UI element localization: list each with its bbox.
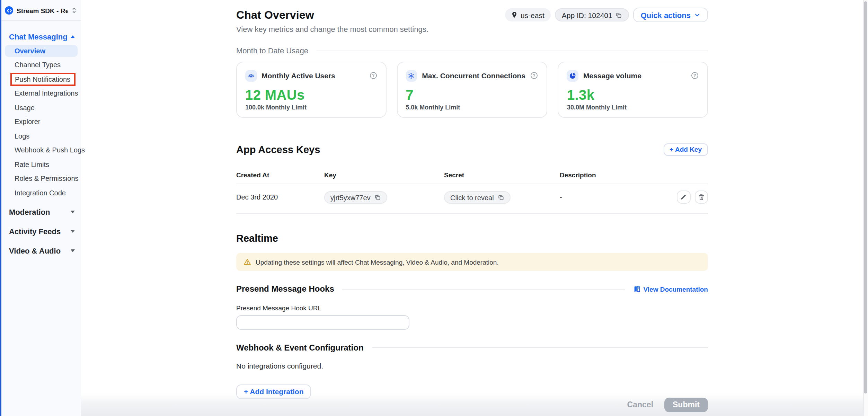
sidebar-item-usage[interactable]: Usage — [1, 100, 81, 115]
cancel-button[interactable]: Cancel — [627, 400, 653, 409]
unfold-icon — [71, 7, 77, 14]
warning-icon — [243, 258, 251, 266]
quick-actions-button[interactable]: Quick actions — [633, 8, 708, 22]
presend-url-input[interactable] — [236, 315, 409, 329]
realtime-title: Realtime — [236, 233, 708, 244]
collapse-down-icon — [70, 249, 74, 252]
svg-text:?: ? — [533, 73, 535, 78]
stream-logo-icon — [5, 6, 13, 15]
sidebar: Stream SDK - Rea... Chat Messaging Overv… — [0, 0, 81, 416]
help-icon[interactable]: ? — [691, 72, 699, 80]
help-icon[interactable]: ? — [369, 72, 377, 80]
trash-icon — [698, 193, 705, 201]
sidebar-item-external-integrations[interactable]: External Integrations — [1, 86, 81, 100]
sidebar-item-webhook-push-logs[interactable]: Webhook & Push Logs — [1, 143, 81, 157]
message-volume-value: 1.3k — [567, 87, 699, 102]
pie-chart-icon — [567, 70, 578, 81]
secret-reveal-chip[interactable]: Click to reveal — [444, 191, 511, 204]
presend-hooks-title: Presend Message Hooks — [236, 284, 334, 294]
message-volume-limit: 30.0M Monthly Limit — [567, 104, 699, 110]
submit-button[interactable]: Submit — [664, 397, 708, 412]
presend-url-label: Presend Message Hook URL — [236, 304, 708, 312]
main-area: Chat Overview View key metrics and chang… — [81, 0, 868, 416]
page-subtitle: View key metrics and change the most com… — [236, 24, 708, 35]
mau-value: 12 MAUs — [245, 87, 377, 102]
message-volume-card: Message volume ? 1.3k 30.0M Monthly Limi… — [558, 62, 708, 118]
app-access-keys-title: App Access Keys — [236, 144, 320, 155]
access-keys-table-header: Created At Key Secret Description — [236, 171, 708, 184]
sidebar-item-logs[interactable]: Logs — [1, 129, 81, 143]
svg-text:?: ? — [693, 73, 696, 78]
location-pin-icon — [512, 11, 518, 19]
webhook-config-title: Webhook & Event Configuration — [236, 343, 364, 352]
usage-cards: Monthly Active Users ? 12 MAUs 100.0k Mo… — [236, 62, 708, 118]
key-created-at: Dec 3rd 2020 — [236, 193, 324, 201]
sidebar-section-moderation[interactable]: Moderation — [1, 205, 81, 219]
annotation-highlight-box: Push Notifications — [10, 72, 75, 86]
app-id-pill[interactable]: App ID: 102401 — [555, 8, 629, 21]
svg-text:?: ? — [372, 73, 374, 78]
sidebar-section-video-audio[interactable]: Video & Audio — [1, 244, 81, 258]
copy-icon — [497, 194, 504, 201]
month-to-date-usage-label: Month to Date Usage — [236, 46, 308, 55]
workspace-switcher[interactable]: Stream SDK - Rea... — [1, 0, 81, 21]
sidebar-item-explorer[interactable]: Explorer — [1, 115, 81, 129]
collapse-down-icon — [70, 230, 74, 233]
delete-key-button[interactable] — [694, 190, 708, 204]
help-icon[interactable]: ? — [530, 72, 539, 80]
network-icon — [406, 70, 417, 81]
collapse-up-icon — [70, 35, 74, 38]
users-icon — [245, 70, 257, 81]
edit-key-button[interactable] — [677, 190, 690, 204]
sidebar-item-push-notifications[interactable]: Push Notifications — [1, 72, 81, 86]
workspace-name: Stream SDK - Rea... — [17, 7, 68, 14]
sidebar-item-channel-types[interactable]: Channel Types — [1, 58, 81, 72]
view-documentation-link[interactable]: View Documentation — [633, 285, 708, 293]
book-icon — [633, 285, 640, 293]
concurrent-connections-title: Max. Concurrent Connections — [422, 72, 525, 80]
concurrent-connections-value: 7 — [406, 87, 539, 102]
warning-text: Updating these settings will affect Chat… — [256, 258, 499, 266]
sidebar-item-integration-code[interactable]: Integration Code — [1, 186, 81, 200]
mau-card: Monthly Active Users ? 12 MAUs 100.0k Mo… — [236, 62, 386, 118]
chevron-down-icon — [694, 12, 700, 18]
key-description: - — [560, 193, 562, 201]
add-key-button[interactable]: + Add Key — [663, 143, 708, 156]
scrollbar-thumb[interactable] — [864, 1, 867, 393]
collapse-down-icon — [70, 211, 74, 213]
region-pill[interactable]: us-east — [505, 8, 551, 21]
sidebar-item-overview[interactable]: Overview — [5, 45, 77, 56]
copy-icon — [374, 194, 381, 201]
access-key-row: Dec 3rd 2020 yjrt5yxw77ev Click to revea… — [236, 184, 708, 214]
sidebar-item-rate-limits[interactable]: Rate Limits — [1, 157, 81, 171]
scrollbar-track — [863, 0, 868, 416]
concurrent-connections-card: Max. Concurrent Connections ? 7 5.0k Mon… — [397, 62, 548, 118]
pencil-icon — [680, 193, 688, 201]
app-window: Stream SDK - Rea... Chat Messaging Overv… — [0, 0, 868, 416]
mau-limit: 100.0k Monthly Limit — [245, 104, 377, 110]
sidebar-section-chat-messaging[interactable]: Chat Messaging — [1, 29, 81, 44]
month-to-date-usage-divider: Month to Date Usage — [236, 46, 708, 55]
sidebar-section-activity-feeds[interactable]: Activity Feeds — [1, 224, 81, 239]
copy-icon — [615, 11, 622, 18]
sidebar-nav: Chat Messaging Overview Channel Types Pu… — [1, 21, 81, 258]
footer-bar: Cancel Submit — [81, 393, 868, 416]
mau-card-title: Monthly Active Users — [262, 72, 335, 80]
no-integrations-text: No integrations configured. — [236, 361, 708, 370]
concurrent-connections-limit: 5.0k Monthly Limit — [406, 104, 539, 110]
sidebar-item-roles-permissions[interactable]: Roles & Permissions — [1, 171, 81, 186]
warning-banner: Updating these settings will affect Chat… — [236, 253, 708, 271]
message-volume-title: Message volume — [583, 72, 641, 80]
api-key-chip[interactable]: yjrt5yxw77ev — [324, 191, 387, 204]
